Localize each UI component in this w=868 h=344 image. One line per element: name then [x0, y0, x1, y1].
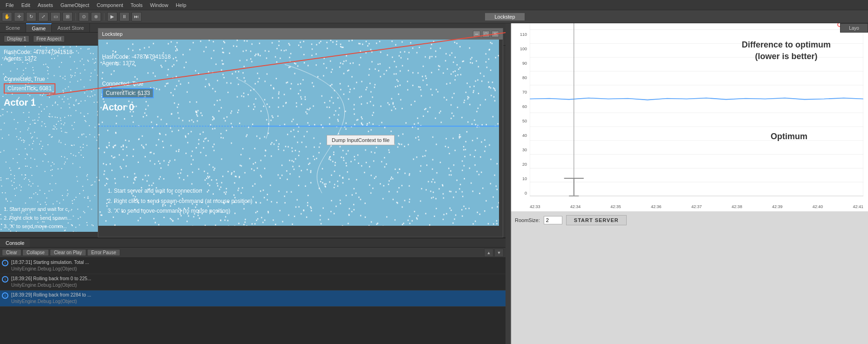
center-btn[interactable]: ⊙: [79, 12, 89, 21]
left-instructions: 1. Start server and wait for c... 2. Rig…: [4, 205, 72, 231]
roomsize-input[interactable]: [544, 216, 562, 224]
roomsize-label: RoomSize:: [515, 217, 540, 223]
console-tab[interactable]: Console: [0, 238, 30, 247]
scroll-down-btn[interactable]: ▼: [494, 249, 504, 257]
popup-controls: ─ □ ✕: [473, 31, 499, 37]
top-menu-bar: File Edit Assets GameObject Component To…: [0, 0, 868, 10]
editor-area: Scene Game Asset Store Display 1 Free As…: [0, 23, 506, 344]
console-tab-bar: Console: [0, 238, 506, 248]
left-tick-box: CurrentTick: 6081: [4, 83, 55, 94]
console-icon-2: i: [2, 276, 8, 283]
play-btn[interactable]: ▶: [107, 12, 117, 21]
toolbar-separator-2: [104, 13, 104, 20]
y-label-8: 80: [511, 75, 529, 80]
console-text-sub-2: UnityEngine.Debug.Log(Object): [11, 282, 504, 289]
console-text-sub-1: UnityEngine.Debug.Log(Object): [11, 266, 504, 272]
popup-close-btn[interactable]: ✕: [492, 31, 499, 37]
difference-subtext: (lower is better): [742, 51, 831, 62]
popup-info-overlay: HashCode: -478747941518 Agents: 1372 Con…: [102, 54, 171, 113]
rect-tool-btn[interactable]: ▭: [50, 12, 61, 21]
x-label-1: 42:34: [570, 204, 581, 209]
y-label-4: 40: [511, 133, 529, 138]
console-area: Console Clear Collapse Clear on Play Err…: [0, 237, 506, 344]
transform-tool-btn[interactable]: ⊞: [62, 12, 73, 21]
y-label-2: 20: [511, 162, 529, 167]
console-icon-3: i: [2, 292, 8, 299]
y-label-11: 110: [511, 32, 529, 37]
y-label-1: 10: [511, 176, 529, 181]
error-pause-button[interactable]: Error Pause: [87, 249, 120, 256]
menu-gameobject[interactable]: GameObject: [57, 1, 93, 9]
pivot-btn[interactable]: ⊗: [91, 12, 101, 21]
scroll-up-btn[interactable]: ▲: [484, 249, 493, 257]
popup-instructions: 1. Start server and wait for connection …: [108, 186, 253, 216]
console-content[interactable]: i [18:37:31] Starting simulation. Total …: [0, 258, 506, 344]
clear-on-play-button[interactable]: Clear on Play: [50, 249, 86, 256]
popup-actor-label: Actor 0: [102, 102, 171, 113]
popup-instruction-2: 2. Right click to send spawn-command (at…: [108, 196, 253, 207]
optimum-label: Optimum: [771, 132, 807, 142]
lockstep-popup: Lockstep ─ □ ✕ HashCode: -478747941518 A…: [98, 28, 503, 237]
console-text-main-2: [18:39:26] Rolling back from 0 to 225...: [11, 276, 504, 282]
chart-area: 0 10 20 30 40 50 60 70 80 90 100 110 120: [511, 11, 868, 211]
popup-canvas: HashCode: -478747941518 Agents: 1372 Con…: [98, 40, 499, 226]
console-text-2: [18:39:26] Rolling back from 0 to 225...…: [11, 276, 504, 289]
rotate-tool-btn[interactable]: ↻: [26, 12, 36, 21]
left-instruction-1: 1. Start server and wait for c...: [4, 205, 72, 214]
console-text-1: [18:37:31] Starting simulation. Total ..…: [11, 259, 504, 272]
menu-component[interactable]: Component: [93, 1, 127, 9]
left-instruction-3: 3. 'X' to send move-comm...: [4, 222, 72, 231]
console-row-2[interactable]: i [18:39:26] Rolling back from 0 to 225.…: [0, 274, 506, 290]
popup-minimize-btn[interactable]: ─: [473, 31, 480, 37]
popup-instruction-3: 3. 'X' to send move-command (to mouse po…: [108, 206, 253, 216]
clear-button[interactable]: Clear: [2, 249, 21, 256]
game-tab[interactable]: Game: [26, 23, 52, 32]
server-window: UNITYLOCKSTEP - SERVER ─ □ ✕ 0 10 20 30 …: [510, 0, 868, 344]
lockstep-title-bar-label: Lockstep: [485, 13, 524, 20]
asset-store-tab[interactable]: Asset Store: [52, 23, 90, 32]
menu-file[interactable]: File: [2, 1, 18, 9]
left-instruction-2: 2. Right click to send spawn...: [4, 214, 72, 223]
console-text-3: [18:39:29] Rolling back from 2284 to ...…: [11, 292, 504, 305]
y-label-9: 90: [511, 61, 529, 66]
menu-help[interactable]: Help: [172, 1, 190, 9]
display-dropdown[interactable]: Display 1: [4, 35, 29, 42]
popup-title: Lockstep: [102, 31, 123, 37]
popup-maximize-btn[interactable]: □: [482, 31, 490, 37]
collapse-button[interactable]: Collapse: [22, 249, 49, 256]
popup-instruction-1: 1. Start server and wait for connection: [108, 186, 253, 196]
y-label-10: 100: [511, 47, 529, 51]
scale-tool-btn[interactable]: ⤢: [38, 12, 48, 21]
start-server-button[interactable]: START SERVER: [566, 215, 627, 225]
pause-btn[interactable]: ⏸: [119, 12, 130, 21]
x-label-2: 42:35: [610, 204, 621, 209]
x-label-0: 42:33: [530, 204, 540, 209]
scene-tab[interactable]: Scene: [0, 23, 26, 32]
aspect-dropdown[interactable]: Free Aspect: [33, 35, 64, 42]
x-label-5: 42:38: [731, 204, 742, 209]
hand-tool-btn[interactable]: ✋: [2, 12, 12, 21]
popup-tick-box: CurrentTick: 6133: [102, 88, 154, 98]
console-row-3[interactable]: i [18:39:29] Rolling back from 2284 to .…: [0, 290, 506, 307]
popup-titlebar: Lockstep ─ □ ✕: [98, 28, 503, 40]
popup-connected: Connected: True: [102, 81, 171, 87]
y-label-6: 60: [511, 104, 529, 109]
console-row-1[interactable]: i [18:37:31] Starting simulation. Total …: [0, 258, 506, 274]
console-text-main-1: [18:37:31] Starting simulation. Total ..…: [11, 259, 504, 266]
x-label-6: 42:39: [772, 204, 783, 209]
x-label-7: 42:40: [813, 204, 823, 209]
console-icon-1: i: [2, 260, 8, 266]
left-actor-label: Actor 1: [4, 97, 72, 108]
menu-window[interactable]: Window: [146, 1, 172, 9]
x-label-3: 42:36: [651, 204, 662, 209]
layer-dropdown[interactable]: Layo: [840, 23, 868, 33]
left-agents: Agents: 1372: [4, 55, 72, 62]
menu-tools[interactable]: Tools: [127, 1, 146, 9]
menu-assets[interactable]: Assets: [34, 1, 57, 9]
difference-label: Difference to optimum (lower is better): [742, 39, 831, 62]
dump-tooltip: Dump InputContext to file: [327, 135, 395, 145]
move-tool-btn[interactable]: ✛: [14, 12, 24, 21]
step-btn[interactable]: ⏭: [131, 12, 142, 21]
menu-edit[interactable]: Edit: [18, 1, 34, 9]
console-toolbar: Clear Collapse Clear on Play Error Pause…: [0, 248, 506, 258]
